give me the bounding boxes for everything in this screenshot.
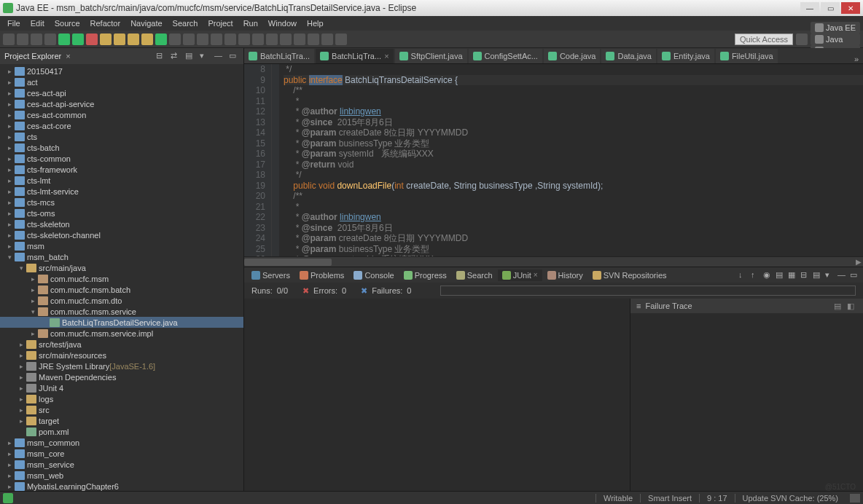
perspective-java-ee[interactable]: Java EE [811,22,860,34]
tree-node[interactable]: ▸logs [0,393,243,404]
focus-task-button[interactable]: ▤ [185,51,195,61]
collapse-all-button[interactable]: ⊟ [156,51,166,61]
tree-node[interactable]: ▾com.mucfc.msm.service [0,306,243,317]
close-view-tab-button[interactable]: × [534,271,538,279]
tree-node[interactable]: ▸msm_common [0,437,243,448]
minimize-button[interactable]: — [800,2,819,14]
editor-tab[interactable]: SftpClient.java [395,49,467,63]
ext-tools-button[interactable] [169,34,181,45]
search-button[interactable] [224,34,236,45]
junit-toolbar-button-9[interactable]: ▭ [850,270,860,280]
nav-fwd-button[interactable] [266,34,278,45]
junit-toolbar-button-7[interactable]: ▾ [825,270,835,280]
view-tab-progress[interactable]: Progress [399,269,451,281]
new-button[interactable] [3,34,15,45]
tree-node[interactable]: ▾msm_batch [0,251,243,262]
last-edit-button[interactable] [280,34,292,45]
menu-edit[interactable]: Edit [26,17,49,29]
tree-node[interactable]: ▸ces-act-common [0,109,243,120]
tree-node[interactable]: ▸MybatisLearningChapter6 [0,481,243,491]
tree-node[interactable]: ▸cts-lmt [0,175,243,186]
block-sel-button[interactable] [335,34,347,45]
tree-node[interactable]: BatchLiqTransDetailService.java [0,317,243,328]
toggle-mark-button[interactable] [238,34,250,45]
show-whitespace-button[interactable] [321,34,333,45]
tree-node[interactable]: ▸msm_web [0,470,243,481]
tree-node[interactable]: ▸cts-batch [0,142,243,153]
tree-node[interactable]: ▸cts-oms [0,208,243,218]
close-button[interactable]: ✕ [841,2,860,14]
resume-button[interactable] [155,34,167,45]
tree-node[interactable]: ▸src/main/resources [0,350,243,361]
tree-node[interactable]: ▸ces-act-api [0,87,243,98]
menu-navigate[interactable]: Navigate [126,17,166,29]
nav-back-button[interactable] [252,34,264,45]
tree-node[interactable]: ▸ces-act-core [0,120,243,131]
stop-button[interactable] [86,34,98,45]
link-editor-button[interactable]: ⇄ [171,51,181,61]
open-type-button[interactable] [211,34,222,45]
view-tab-problems[interactable]: Problems [295,269,348,281]
scroll-right-arrow[interactable]: ▶ [856,258,862,266]
tree-node[interactable]: ▾src/main/java [0,262,243,273]
menu-source[interactable]: Source [50,17,85,29]
tree-node[interactable]: ▸src [0,404,243,415]
tree-node[interactable]: ▸cts-common [0,153,243,164]
project-tree[interactable]: ▸20150417▸act▸ces-act-api▸ces-act-api-se… [0,64,243,491]
tree-node[interactable]: ▸com.mucfc.msm [0,273,243,284]
step-over-button[interactable] [114,34,125,45]
tree-node[interactable]: ▸com.mucfc.msm.dto [0,295,243,306]
quick-access-input[interactable]: Quick Access [735,34,793,45]
tree-node[interactable]: ▸cts [0,131,243,142]
menu-file[interactable]: File [3,17,25,29]
tree-node[interactable]: ▸cts-skeleton [0,218,243,229]
menu-refactor[interactable]: Refactor [86,17,125,29]
junit-toolbar-button-5[interactable]: ⊟ [800,270,811,280]
progress-icon[interactable] [850,494,860,503]
open-perspective-button[interactable] [796,34,808,45]
tree-node[interactable]: ▸ces-act-api-service [0,98,243,109]
editor-tab[interactable]: Entity.java [657,49,714,63]
print-button[interactable] [44,34,56,45]
tree-node[interactable]: ▸target [0,415,243,426]
view-tab-junit[interactable]: JUnit× [498,269,542,281]
save-all-button[interactable] [31,34,42,45]
new-class-button[interactable] [197,34,208,45]
debug-button[interactable] [58,34,70,45]
editor-tab[interactable]: Data.java [601,49,655,63]
tree-node[interactable]: ▸act [0,76,243,87]
close-tab-button[interactable]: × [384,52,388,60]
pin-button[interactable] [294,34,305,45]
link-button[interactable] [308,34,319,45]
editor-h-scrollbar[interactable]: ▶ [244,256,863,267]
menu-window[interactable]: Window [264,17,301,29]
view-tab-console[interactable]: Console [349,269,398,281]
junit-toolbar-button-2[interactable]: ◉ [763,270,773,280]
tree-node[interactable]: ▸20150417 [0,66,243,76]
menu-help[interactable]: Help [302,17,328,29]
view-tab-servers[interactable]: Servers [247,269,294,281]
fold-gutter[interactable] [272,64,279,256]
tree-node[interactable]: ▸cts-mcs [0,197,243,208]
step-return-button[interactable] [141,34,153,45]
menu-search[interactable]: Search [168,17,203,29]
view-menu-button[interactable]: ▾ [200,51,210,61]
more-tabs-button[interactable]: » [850,55,863,63]
tree-node[interactable]: ▸msm_core [0,448,243,459]
junit-toolbar-button-8[interactable]: — [837,270,848,280]
tree-node[interactable]: ▸com.mucfc.msm.batch [0,284,243,295]
editor-tab[interactable]: Code.java [544,49,601,63]
minimize-view-button[interactable]: — [214,51,224,61]
junit-toolbar-button-4[interactable]: ▦ [788,270,798,280]
close-view-button[interactable]: × [66,52,70,60]
view-tab-svn-repositories[interactable]: SVN Repositories [588,269,671,281]
tree-node[interactable]: ▸src/test/java [0,339,243,350]
maximize-view-button[interactable]: ▭ [229,51,239,61]
tree-node[interactable]: ▸cts-lmt-service [0,186,243,197]
editor-tab[interactable]: ConfigSettAc... [469,49,542,63]
compare-button[interactable]: ◧ [847,302,857,310]
view-tab-search[interactable]: Search [452,269,497,281]
tree-node[interactable]: ▸com.mucfc.msm.service.impl [0,328,243,339]
tree-node[interactable]: ▸JUnit 4 [0,382,243,393]
filter-trace-button[interactable]: ▤ [834,302,844,310]
